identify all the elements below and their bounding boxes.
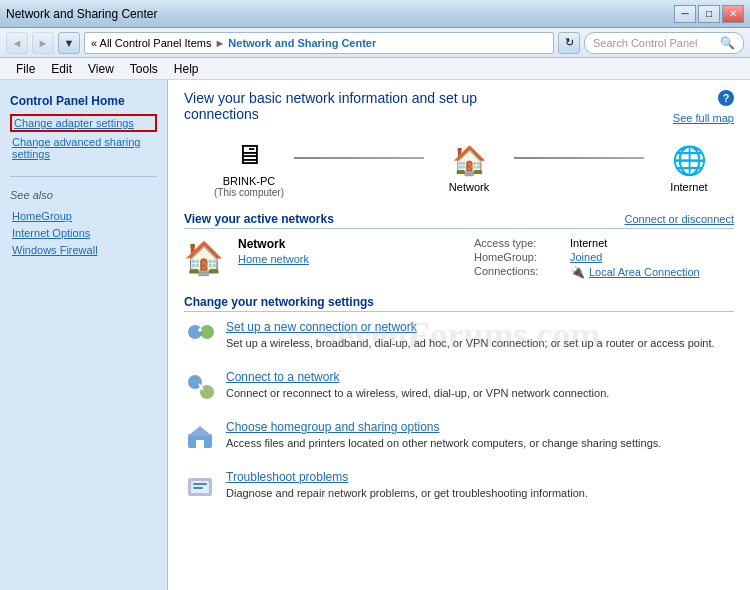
settings-item-connect: Connect to a network Connect or reconnec… (184, 370, 734, 408)
diagram-line2 (514, 157, 644, 159)
settings-text-new-connection: Set up a new connection or network Set u… (226, 320, 734, 351)
svg-rect-9 (196, 440, 204, 448)
menu-edit[interactable]: Edit (43, 60, 80, 78)
svg-marker-8 (188, 426, 212, 436)
sidebar-see-also: HomeGroup Internet Options Windows Firew… (0, 205, 167, 264)
breadcrumb-part1: « All Control Panel Items (91, 37, 211, 49)
diagram-network-label: Network (449, 181, 489, 193)
network-info-row: 🏠 Network Home network Access type: Inte… (184, 237, 734, 281)
search-placeholder: Search Control Panel (593, 37, 698, 49)
content-area: SevenForums.com View your basic network … (168, 80, 750, 590)
settings-item-troubleshoot: Troubleshoot problems Diagnose and repai… (184, 470, 734, 508)
homegroup-sharing-desc: Access files and printers located on oth… (226, 436, 734, 451)
settings-item-homegroup: Choose homegroup and sharing options Acc… (184, 420, 734, 458)
network-name: Network (238, 237, 464, 251)
network-diagram: 🖥 BRINK-PC (This computer) 🏠 Network 🌐 I… (184, 138, 734, 198)
sidebar-link-adapter-settings[interactable]: Change adapter settings (10, 114, 157, 132)
menu-help[interactable]: Help (166, 60, 207, 78)
diagram-internet: 🌐 Internet (644, 144, 734, 193)
menu-file[interactable]: File (8, 60, 43, 78)
diagram-computer-sublabel: (This computer) (214, 187, 284, 198)
svg-rect-13 (193, 487, 203, 489)
sidebar-section-home: Control Panel Home Change adapter settin… (0, 90, 167, 168)
sidebar-link-windows-firewall[interactable]: Windows Firewall (10, 243, 157, 257)
see-full-map-link[interactable]: See full map (673, 112, 734, 124)
diagram-network: 🏠 Network (424, 144, 514, 193)
network-access-table: Access type: Internet HomeGroup: Joined … (474, 237, 734, 281)
troubleshoot-desc: Diagnose and repair network problems, or… (226, 486, 734, 501)
connect-icon (184, 372, 216, 408)
new-connection-icon (184, 322, 216, 358)
house-icon: 🏠 (184, 239, 224, 277)
settings-text-homegroup: Choose homegroup and sharing options Acc… (226, 420, 734, 451)
content-header: View your basic network information and … (184, 90, 734, 124)
connect-link[interactable]: Connect to a network (226, 370, 734, 384)
search-box[interactable]: Search Control Panel 🔍 (584, 32, 744, 54)
troubleshoot-link[interactable]: Troubleshoot problems (226, 470, 734, 484)
settings-text-connect: Connect to a network Connect or reconnec… (226, 370, 734, 401)
title-bar-text: Network and Sharing Center (6, 7, 157, 21)
network-type-link[interactable]: Home network (238, 253, 464, 265)
settings-text-troubleshoot: Troubleshoot problems Diagnose and repai… (226, 470, 734, 501)
sidebar-link-internet-options[interactable]: Internet Options (10, 226, 157, 240)
homegroup-value[interactable]: Joined (570, 251, 602, 263)
homegroup-sharing-link[interactable]: Choose homegroup and sharing options (226, 420, 734, 434)
close-button[interactable]: ✕ (722, 5, 744, 23)
access-type-label: Access type: (474, 237, 564, 249)
menu-tools[interactable]: Tools (122, 60, 166, 78)
computer-icon: 🖥 (235, 138, 263, 171)
settings-item-new-connection: Set up a new connection or network Set u… (184, 320, 734, 358)
diagram-line1 (294, 157, 424, 159)
forward-button[interactable]: ► (32, 32, 54, 54)
main-layout: Control Panel Home Change adapter settin… (0, 80, 750, 590)
sidebar-divider (10, 176, 157, 177)
diagram-internet-label: Internet (670, 181, 707, 193)
connection-icon: 🔌 (570, 265, 585, 279)
menu-view[interactable]: View (80, 60, 122, 78)
sidebar-link-homegroup[interactable]: HomeGroup (10, 209, 157, 223)
address-pill[interactable]: « All Control Panel Items ► Network and … (84, 32, 554, 54)
sidebar-title: Control Panel Home (10, 94, 157, 108)
settings-section: Set up a new connection or network Set u… (184, 320, 734, 508)
svg-rect-12 (193, 483, 207, 485)
sidebar-link-advanced-sharing[interactable]: Change advanced sharing settings (10, 135, 157, 161)
new-connection-desc: Set up a wireless, broadband, dial-up, a… (226, 336, 734, 351)
active-networks-header-row: View your active networks Connect or dis… (184, 212, 734, 229)
access-row-homegroup: HomeGroup: Joined (474, 251, 734, 263)
breadcrumb-current: Network and Sharing Center (228, 37, 376, 49)
svg-point-1 (200, 325, 214, 339)
connections-label: Connections: (474, 265, 564, 279)
menu-bar: File Edit View Tools Help (0, 58, 750, 80)
access-type-value: Internet (570, 237, 607, 249)
change-settings-header: Change your networking settings (184, 295, 374, 309)
sidebar: Control Panel Home Change adapter settin… (0, 80, 168, 590)
new-connection-link[interactable]: Set up a new connection or network (226, 320, 734, 334)
breadcrumb-sep: ► (214, 37, 225, 49)
connect-disconnect-link[interactable]: Connect or disconnect (625, 213, 734, 225)
maximize-button[interactable]: □ (698, 5, 720, 23)
access-row-connections: Connections: 🔌 Local Area Connection (474, 265, 734, 279)
access-row-type: Access type: Internet (474, 237, 734, 249)
recent-button[interactable]: ▼ (58, 32, 80, 54)
see-also-label: See also (0, 185, 167, 205)
network-icon: 🏠 (452, 144, 487, 177)
connections-value[interactable]: Local Area Connection (589, 266, 700, 278)
minimize-button[interactable]: ─ (674, 5, 696, 23)
title-bar-controls: ─ □ ✕ (674, 5, 744, 23)
active-networks-header: View your active networks (184, 212, 334, 226)
diagram-computer-label: BRINK-PC (223, 175, 276, 187)
refresh-button[interactable]: ↻ (558, 32, 580, 54)
connect-desc: Connect or reconnect to a wireless, wire… (226, 386, 734, 401)
change-settings-header-row: Change your networking settings (184, 295, 734, 312)
address-bar: ◄ ► ▼ « All Control Panel Items ► Networ… (0, 28, 750, 58)
svg-point-0 (188, 325, 202, 339)
help-icon[interactable]: ? (718, 90, 734, 106)
network-details: Network Home network (238, 237, 464, 265)
title-bar: Network and Sharing Center ─ □ ✕ (0, 0, 750, 28)
homegroup-icon (184, 422, 216, 458)
page-title: View your basic network information and … (184, 90, 544, 122)
back-button[interactable]: ◄ (6, 32, 28, 54)
search-icon: 🔍 (720, 36, 735, 50)
internet-icon: 🌐 (672, 144, 707, 177)
homegroup-label: HomeGroup: (474, 251, 564, 263)
